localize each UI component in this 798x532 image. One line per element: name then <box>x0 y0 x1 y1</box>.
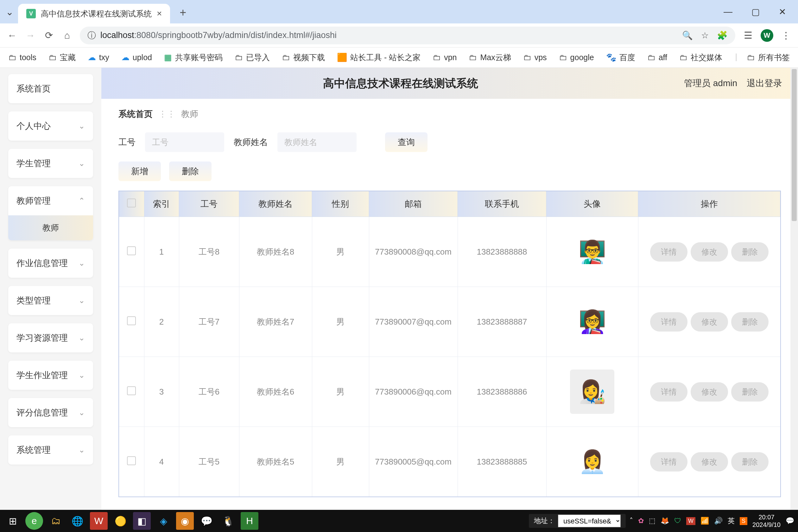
tray-usb-icon[interactable]: ⬚ <box>649 517 656 525</box>
bookmark-item[interactable]: ▦共享账号密码 <box>164 52 223 63</box>
edit-button[interactable]: 修改 <box>691 452 728 472</box>
edit-button[interactable]: 修改 <box>691 312 728 331</box>
maximize-icon[interactable]: ▢ <box>752 7 760 17</box>
current-user[interactable]: 管理员 admin <box>684 77 737 89</box>
bookmark-item[interactable]: 🗀vps <box>523 53 547 62</box>
row-checkbox[interactable] <box>127 386 136 395</box>
tray-ime[interactable]: 英 <box>728 516 735 526</box>
bookmark-item[interactable]: 🗀tools <box>8 53 36 62</box>
qq-icon[interactable]: 🐧 <box>219 512 237 530</box>
close-window-icon[interactable]: ✕ <box>779 7 786 17</box>
sidebar-item-teacher-mgmt[interactable]: 教师管理⌃ <box>8 186 93 215</box>
vertical-scrollbar[interactable] <box>791 68 798 510</box>
back-icon[interactable]: ← <box>6 30 18 41</box>
addr-select[interactable]: useSSL=false& <box>558 515 621 527</box>
sidebar-item-student-mgmt[interactable]: 学生管理⌄ <box>8 149 93 178</box>
home-icon[interactable]: ⌂ <box>61 30 73 41</box>
tab-list-dropdown[interactable]: ⌄ <box>6 6 14 17</box>
all-bookmarks[interactable]: 🗀所有书签 <box>747 52 790 63</box>
scrollbar-thumb[interactable] <box>792 69 797 221</box>
detail-button[interactable]: 详情 <box>650 452 687 472</box>
bookmark-item[interactable]: 🗀宝藏 <box>49 52 76 63</box>
tray-volume-icon[interactable]: 🔊 <box>714 517 723 525</box>
vscode-icon[interactable]: ◈ <box>154 512 172 530</box>
th-email: 邮箱 <box>369 191 458 217</box>
sidebar-item-score-mgmt[interactable]: 评分信息管理⌄ <box>8 398 93 427</box>
taskbar-app-icon[interactable]: e <box>25 512 43 530</box>
tray-chevron-icon[interactable]: ˄ <box>629 517 633 525</box>
bookmark-item[interactable]: 🟧站长工具 - 站长之家 <box>337 52 420 63</box>
profile-avatar[interactable]: W <box>761 29 773 42</box>
idea-icon[interactable]: ◧ <box>133 512 151 530</box>
breadcrumb-home[interactable]: 系统首页 <box>118 108 153 120</box>
sidebar-item-type-mgmt[interactable]: 类型管理⌄ <box>8 286 93 315</box>
bookmark-item[interactable]: ☁uplod <box>121 53 152 62</box>
tray-security-icon[interactable]: 🛡 <box>674 517 681 525</box>
bookmark-item[interactable]: 🗀社交媒体 <box>679 52 722 63</box>
detail-button[interactable]: 详情 <box>650 312 687 331</box>
menu-icon[interactable]: ⋮ <box>780 30 792 41</box>
bookmark-item[interactable]: 🗀google <box>559 53 594 62</box>
row-delete-button[interactable]: 删除 <box>731 312 768 331</box>
bookmark-item[interactable]: 🗀已导入 <box>235 52 270 63</box>
bookmark-item[interactable]: 🗀aff <box>647 53 667 62</box>
row-checkbox[interactable] <box>127 246 136 255</box>
bookmark-item[interactable]: 🐾百度 <box>606 52 635 63</box>
sidebar-item-personal[interactable]: 个人中心⌄ <box>8 112 93 140</box>
tray-notifications-icon[interactable]: 💬 <box>786 517 794 525</box>
minimize-icon[interactable]: — <box>724 7 733 17</box>
extensions-icon[interactable]: 🧩 <box>717 31 728 40</box>
sidebar-item-home[interactable]: 系统首页 <box>8 74 93 103</box>
edit-button[interactable]: 修改 <box>691 242 728 262</box>
th-checkbox[interactable] <box>119 191 144 217</box>
row-delete-button[interactable]: 删除 <box>731 382 768 401</box>
wps-icon[interactable]: W <box>90 512 108 530</box>
input-teacher-id[interactable] <box>145 132 224 152</box>
sidebar-item-homework-mgmt[interactable]: 作业信息管理⌄ <box>8 249 93 278</box>
tab-close-icon[interactable]: × <box>157 8 162 19</box>
add-button[interactable]: 新增 <box>118 162 161 181</box>
tray-sogou-icon[interactable]: S <box>740 517 747 525</box>
checkbox-all[interactable] <box>127 198 136 207</box>
app-icon[interactable]: ◉ <box>176 512 194 530</box>
tray-wifi-icon[interactable]: 📶 <box>701 517 709 525</box>
edge-icon[interactable]: 🌐 <box>69 512 86 530</box>
logout-link[interactable]: 退出登录 <box>747 77 782 89</box>
app-icon[interactable]: H <box>241 512 259 530</box>
chrome-icon[interactable]: 🟡 <box>112 512 129 530</box>
detail-button[interactable]: 详情 <box>650 382 687 401</box>
bookmark-item[interactable]: ☁txy <box>88 53 109 62</box>
address-bar[interactable]: ⓘ localhost:8080/springbootb7wby/admin/d… <box>80 26 735 44</box>
site-info-icon[interactable]: ⓘ <box>88 30 96 41</box>
explorer-icon[interactable]: 🗂 <box>47 512 64 530</box>
bookmark-item[interactable]: 🗀视频下载 <box>282 52 325 63</box>
browser-tab[interactable]: V 高中信息技术课程在线测试系统 × <box>18 4 170 23</box>
new-tab-button[interactable]: + <box>179 6 186 19</box>
tray-icon[interactable]: ✿ <box>638 517 644 525</box>
detail-button[interactable]: 详情 <box>650 242 687 262</box>
bookmark-star-icon[interactable]: ☆ <box>701 31 709 40</box>
sidebar-item-resource-mgmt[interactable]: 学习资源管理⌄ <box>8 323 93 353</box>
tray-icon[interactable]: W <box>686 517 696 525</box>
row-checkbox[interactable] <box>127 456 136 465</box>
sidebar-item-system-mgmt[interactable]: 系统管理⌄ <box>8 435 93 464</box>
wechat-icon[interactable]: 💬 <box>197 512 215 530</box>
query-button[interactable]: 查询 <box>385 132 428 152</box>
delete-button[interactable]: 删除 <box>169 162 211 181</box>
reading-list-icon[interactable]: ☰ <box>742 30 754 41</box>
row-delete-button[interactable]: 删除 <box>731 452 768 472</box>
input-teacher-name[interactable] <box>278 132 357 152</box>
row-delete-button[interactable]: 删除 <box>731 242 768 262</box>
bookmark-item[interactable]: 🗀vpn <box>433 53 457 62</box>
tray-icon[interactable]: 🦊 <box>661 517 669 525</box>
row-checkbox[interactable] <box>127 316 136 325</box>
sidebar-sub-teacher[interactable]: 教师 <box>8 215 93 240</box>
zoom-icon[interactable]: 🔍 <box>682 31 693 40</box>
sidebar-item-student-hw-mgmt[interactable]: 学生作业管理⌄ <box>8 361 93 390</box>
edit-button[interactable]: 修改 <box>691 382 728 401</box>
start-icon[interactable]: ⊞ <box>4 512 21 530</box>
tray-clock[interactable]: 20:07 2024/9/10 <box>753 513 781 529</box>
reload-icon[interactable]: ⟳ <box>43 30 55 41</box>
bookmark-item[interactable]: 🗀Max云梯 <box>469 52 511 63</box>
forward-icon[interactable]: → <box>25 30 36 41</box>
